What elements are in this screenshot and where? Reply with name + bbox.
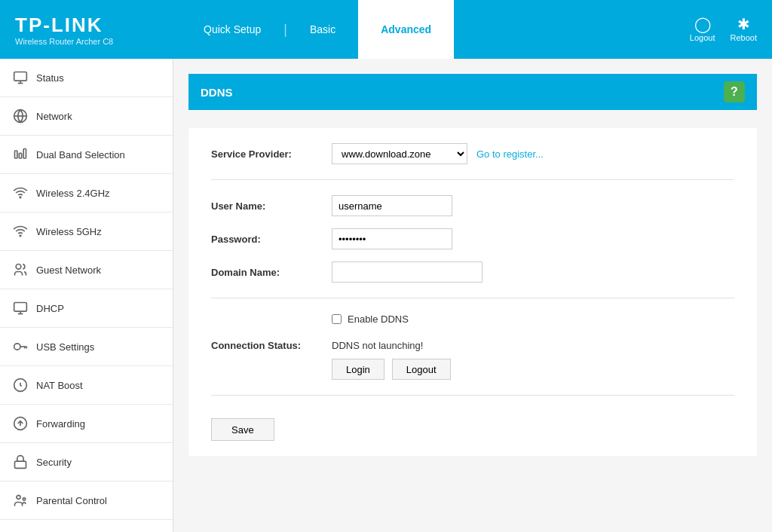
sidebar-item-network[interactable]: Network — [0, 97, 173, 136]
wifi-24-icon — [12, 185, 29, 201]
sidebar-label-dhcp: DHCP — [36, 303, 64, 314]
logo-area: TP-LINK Wireless Router Archer C8 — [15, 14, 151, 46]
password-controls — [332, 228, 452, 249]
sidebar-label-forwarding: Forwarding — [36, 418, 85, 430]
main-content: DDNS ? Service Provider: www.download.zo… — [173, 59, 772, 532]
reboot-button[interactable]: ✱ Reboot — [731, 17, 757, 42]
nav-advanced[interactable]: Advanced — [358, 0, 454, 59]
svg-rect-20 — [15, 461, 26, 468]
svg-point-9 — [20, 235, 21, 237]
layout: Status Network Dual Band Selection Wirel… — [0, 59, 772, 532]
reboot-label: Reboot — [731, 33, 757, 42]
domain-label: Domain Name: — [211, 267, 332, 278]
svg-rect-7 — [23, 149, 26, 159]
enable-ddns-checkbox[interactable] — [332, 314, 342, 324]
sidebar-item-status[interactable]: Status — [0, 59, 173, 97]
svg-point-22 — [23, 498, 25, 500]
sidebar-label-status: Status — [36, 72, 64, 84]
sidebar-item-dual-band[interactable]: Dual Band Selection — [0, 136, 173, 174]
sidebar-label-parental-control: Parental Control — [36, 495, 107, 506]
svg-point-14 — [14, 344, 20, 350]
monitor-icon — [12, 69, 29, 86]
svg-rect-11 — [14, 303, 27, 312]
sidebar-item-wireless-5[interactable]: Wireless 5GHz — [0, 212, 173, 251]
username-row: User Name: — [211, 195, 734, 216]
connection-status-content: DDNS not launching! Login Logout — [332, 340, 451, 380]
sidebar-item-nat-boost[interactable]: NAT Boost — [0, 366, 173, 405]
sidebar-label-security: Security — [36, 457, 72, 468]
header: TP-LINK Wireless Router Archer C8 Quick … — [0, 0, 772, 59]
username-controls — [332, 195, 452, 216]
service-provider-select[interactable]: www.download.zone No-IP DynDNS — [332, 143, 467, 164]
sidebar-label-wireless-24: Wireless 2.4GHz — [36, 188, 110, 199]
sidebar-label-wireless-5: Wireless 5GHz — [36, 226, 102, 237]
service-provider-controls: www.download.zone No-IP DynDNS Go to reg… — [332, 143, 544, 164]
logout-button[interactable]: ◯ Logout — [690, 17, 715, 42]
section-title: DDNS — [201, 86, 233, 99]
sidebar-label-dual-band: Dual Band Selection — [36, 149, 125, 161]
register-link[interactable]: Go to register... — [476, 148, 544, 160]
sidebar-item-parental-control[interactable]: Parental Control — [0, 482, 173, 520]
login-button[interactable]: Login — [332, 359, 384, 380]
sidebar-item-forwarding[interactable]: Forwarding — [0, 405, 173, 443]
service-provider-row: Service Provider: www.download.zone No-I… — [211, 143, 734, 164]
sidebar: Status Network Dual Band Selection Wirel… — [0, 59, 173, 532]
signal-icon — [12, 146, 29, 163]
svg-point-10 — [16, 264, 21, 270]
logout-label: Logout — [690, 33, 715, 42]
sidebar-item-dhcp[interactable]: DHCP — [0, 289, 173, 328]
wifi-5-icon — [12, 223, 29, 240]
section-header: DDNS ? — [188, 74, 757, 110]
key-icon — [12, 338, 29, 355]
username-input[interactable] — [332, 195, 452, 216]
sidebar-item-guest-network[interactable]: Guest Network — [0, 251, 173, 289]
logout-button-form[interactable]: Logout — [392, 359, 451, 380]
password-label: Password: — [211, 234, 332, 245]
nav-quick-setup[interactable]: Quick Setup — [181, 0, 283, 59]
svg-rect-0 — [14, 72, 27, 81]
connection-buttons: Login Logout — [332, 359, 451, 380]
svg-point-8 — [20, 197, 21, 198]
users-icon — [12, 261, 29, 278]
domain-row: Domain Name: — [211, 261, 734, 283]
divider-1 — [211, 179, 734, 180]
sidebar-label-usb-settings: USB Settings — [36, 341, 94, 353]
ddns-form: Service Provider: www.download.zone No-I… — [188, 128, 757, 456]
divider-2 — [211, 298, 734, 298]
connection-status-row: Connection Status: DDNS not launching! L… — [211, 340, 734, 380]
sidebar-label-guest-network: Guest Network — [36, 264, 101, 276]
domain-input[interactable] — [332, 261, 482, 283]
sidebar-label-network: Network — [36, 111, 72, 122]
svg-point-21 — [17, 495, 20, 499]
divider-3 — [211, 395, 734, 396]
parental-icon — [12, 492, 29, 509]
main-nav: Quick Setup | Basic Advanced — [181, 0, 690, 59]
lock-icon — [12, 454, 29, 470]
nav-basic[interactable]: Basic — [287, 0, 358, 59]
screen-icon — [12, 300, 29, 316]
logo-subtitle: Wireless Router Archer C8 — [15, 37, 151, 46]
password-row: Password: — [211, 228, 734, 249]
svg-rect-6 — [19, 153, 21, 158]
username-label: User Name: — [211, 200, 332, 212]
sidebar-item-wireless-24[interactable]: Wireless 2.4GHz — [0, 174, 173, 212]
domain-controls — [332, 261, 482, 283]
svg-rect-5 — [15, 151, 17, 158]
help-button[interactable]: ? — [724, 81, 745, 102]
boost-icon — [12, 377, 29, 393]
globe-icon — [12, 108, 29, 124]
password-input[interactable] — [332, 228, 452, 249]
connection-status-text: DDNS not launching! — [332, 340, 451, 351]
nav-separator: | — [283, 22, 287, 38]
connection-status-label: Connection Status: — [211, 340, 332, 351]
sidebar-item-access-control[interactable]: Access Control — [0, 520, 173, 532]
logout-icon: ◯ — [694, 17, 711, 32]
header-right: ◯ Logout ✱ Reboot — [690, 17, 757, 42]
service-provider-label: Service Provider: — [211, 148, 332, 160]
sidebar-item-security[interactable]: Security — [0, 443, 173, 482]
enable-ddns-label[interactable]: Enable DDNS — [348, 313, 409, 325]
sidebar-label-nat-boost: NAT Boost — [36, 380, 83, 391]
forwarding-icon — [12, 415, 29, 432]
save-button[interactable]: Save — [211, 418, 274, 441]
sidebar-item-usb-settings[interactable]: USB Settings — [0, 328, 173, 366]
